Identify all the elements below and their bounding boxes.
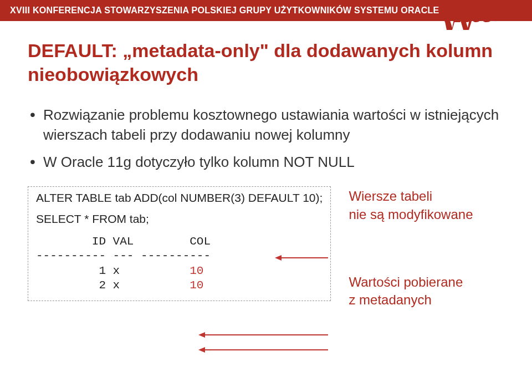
sql-output: ID VAL COL ---------- --- ---------- 1 x… (36, 235, 323, 293)
lower-row: ALTER TABLE tab ADD(col NUMBER(3) DEFAUL… (28, 186, 504, 309)
arrow-bottom-2-icon (198, 345, 330, 354)
svg-marker-6 (198, 347, 205, 353)
output-header: ID VAL COL (36, 235, 211, 248)
sql-select: SELECT * FROM tab; (36, 212, 323, 226)
output-divider: ---------- --- ---------- (36, 250, 211, 262)
bullet-list: Rozwiązanie problemu kosztownego ustawia… (28, 105, 504, 172)
ploug-logo: PLOUG (439, 1, 522, 32)
svg-text:PLOUG: PLOUG (444, 10, 492, 25)
annotations: Wiersze tabeli nie są modyfikowane Warto… (349, 186, 473, 309)
output-row: 2 x 10 (36, 279, 203, 292)
sql-alter: ALTER TABLE tab ADD(col NUMBER(3) DEFAUL… (36, 191, 323, 205)
col-value: 10 (190, 279, 203, 292)
conference-title: XVIII KONFERENCJA STOWARZYSZENIA POLSKIE… (10, 6, 439, 16)
slide-title: DEFAULT: „metadata-only" dla dodawanych … (28, 39, 504, 86)
bullet-item: Rozwiązanie problemu kosztownego ustawia… (28, 105, 504, 145)
svg-marker-4 (198, 332, 205, 338)
arrow-bottom-1-icon (198, 330, 330, 339)
code-box: ALTER TABLE tab ADD(col NUMBER(3) DEFAUL… (28, 186, 331, 301)
col-value: 10 (190, 264, 203, 277)
annotation-top: Wiersze tabeli nie są modyfikowane (349, 187, 473, 223)
bullet-item: W Oracle 11g dotyczyło tylko kolumn NOT … (28, 152, 504, 172)
slide-content: DEFAULT: „metadata-only" dla dodawanych … (0, 21, 532, 309)
annotation-bottom: Wartości pobierane z metadanych (349, 273, 473, 309)
output-row: 1 x 10 (36, 264, 203, 277)
